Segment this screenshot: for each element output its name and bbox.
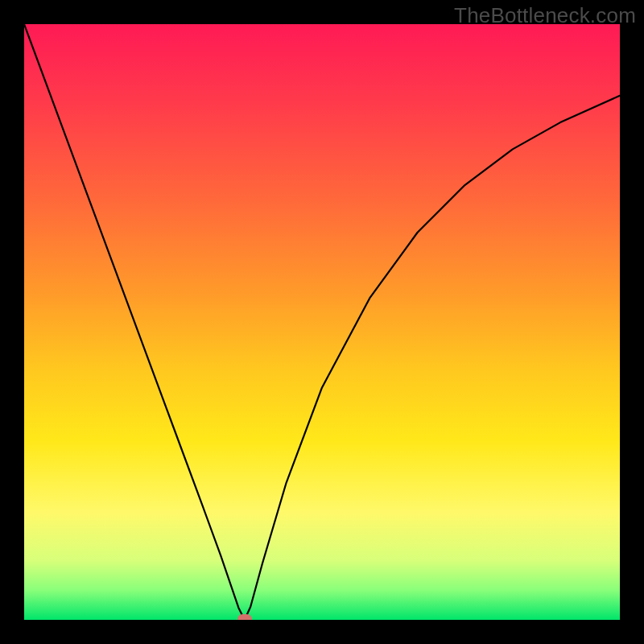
- plot-area: [24, 24, 620, 620]
- bottleneck-curve: [24, 24, 620, 620]
- optimal-point-marker: [237, 614, 252, 620]
- chart-frame: TheBottleneck.com: [0, 0, 644, 644]
- curve-svg: [24, 24, 620, 620]
- watermark-text: TheBottleneck.com: [454, 3, 636, 28]
